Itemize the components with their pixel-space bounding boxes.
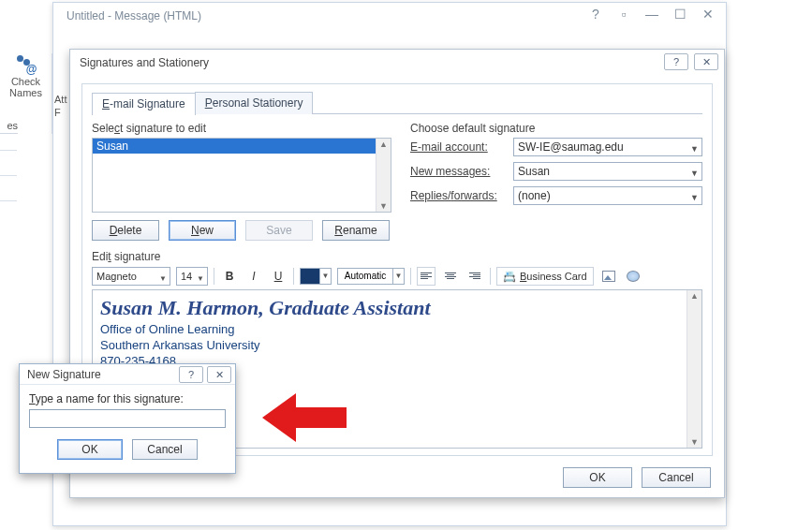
new-messages-select[interactable]: Susan bbox=[513, 162, 702, 181]
list-item[interactable]: Susan bbox=[93, 139, 376, 154]
new-sig-cancel-button[interactable]: Cancel bbox=[132, 439, 198, 460]
check-names-icon: @ bbox=[17, 55, 36, 74]
attach-f-label: F bbox=[54, 107, 61, 118]
minimize-icon[interactable]: — bbox=[638, 3, 666, 25]
scrollbar[interactable] bbox=[376, 139, 391, 212]
new-signature-dialog: New Signature ? ✕ Type a name for this s… bbox=[19, 363, 236, 474]
insert-hyperlink-button[interactable] bbox=[624, 267, 642, 286]
align-right-button[interactable] bbox=[465, 267, 484, 286]
attach-label-frag: Att bbox=[54, 94, 66, 105]
signature-name-line: Susan M. Harmon, Graduate Assistant bbox=[100, 296, 694, 320]
dialog-titlebar: Signatures and Stationery ? ✕ bbox=[70, 50, 724, 76]
signature-listbox[interactable]: Susan bbox=[92, 138, 391, 213]
new-sig-ok-button[interactable]: OK bbox=[57, 439, 123, 460]
help-icon[interactable]: ? bbox=[582, 3, 610, 25]
align-left-button[interactable] bbox=[417, 267, 436, 286]
delete-button[interactable]: Delete bbox=[92, 220, 159, 241]
tab-email-signature[interactable]: E-mail Signature bbox=[92, 93, 196, 115]
new-signature-title: New Signature bbox=[27, 368, 101, 381]
save-button: Save bbox=[245, 220, 313, 241]
replies-forwards-label: Replies/forwards: bbox=[410, 189, 513, 202]
maximize-icon[interactable]: ☐ bbox=[666, 3, 694, 25]
dialog-cancel-button[interactable]: Cancel bbox=[642, 467, 711, 488]
new-signature-prompt: Type a name for this signature: bbox=[29, 392, 226, 405]
check-names-label: Check Names bbox=[0, 76, 52, 98]
link-icon bbox=[627, 271, 640, 282]
signature-line: Southern Arkansas University bbox=[100, 338, 694, 352]
edit-toolbar: Magneto 14 B I U ▼ Automatic▼ 📇Business … bbox=[92, 267, 702, 286]
font-combo[interactable]: Magneto bbox=[92, 267, 170, 286]
dialog-close-button[interactable]: ✕ bbox=[694, 53, 718, 70]
form-lines bbox=[0, 150, 17, 226]
tab-personal-stationery[interactable]: Personal Stationery bbox=[195, 92, 314, 114]
ribbon-group-label-frag: es bbox=[0, 120, 18, 131]
new-sig-help-button[interactable]: ? bbox=[179, 366, 203, 383]
scrollbar[interactable] bbox=[687, 290, 701, 448]
italic-button[interactable]: I bbox=[244, 267, 263, 286]
default-signature-label: Choose default signature bbox=[410, 122, 702, 135]
select-signature-label: Select signature to edit bbox=[92, 122, 391, 135]
auto-color-button[interactable]: Automatic▼ bbox=[337, 268, 405, 285]
edit-signature-label: Edit signature bbox=[92, 250, 702, 263]
new-messages-label: New messages: bbox=[410, 165, 513, 178]
dialog-help-button[interactable]: ? bbox=[664, 53, 688, 70]
insert-picture-button[interactable] bbox=[599, 267, 618, 286]
signature-line: Office of Online Learning bbox=[100, 322, 694, 336]
new-sig-close-button[interactable]: ✕ bbox=[207, 366, 231, 383]
restore-icon[interactable]: ▫ bbox=[610, 3, 638, 25]
message-window-title: Untitled - Message (HTML) ? ▫ — ☐ ✕ bbox=[53, 3, 726, 29]
replies-forwards-select[interactable]: (none) bbox=[513, 186, 702, 205]
dialog-ok-button[interactable]: OK bbox=[563, 467, 632, 488]
close-icon[interactable]: ✕ bbox=[694, 3, 722, 25]
font-size-combo[interactable]: 14 bbox=[176, 267, 208, 286]
font-color-button[interactable]: ▼ bbox=[300, 268, 332, 285]
picture-icon bbox=[602, 271, 615, 282]
bold-button[interactable]: B bbox=[220, 267, 239, 286]
check-names-button[interactable]: @ Check Names bbox=[0, 53, 52, 98]
align-center-button[interactable] bbox=[441, 267, 460, 286]
dialog-title: Signatures and Stationery bbox=[80, 56, 209, 69]
email-account-label: E-mail account: bbox=[410, 140, 513, 154]
signature-name-input[interactable] bbox=[29, 409, 226, 428]
email-account-select[interactable]: SW-IE@saumag.edu bbox=[513, 138, 702, 156]
message-title-text: Untitled - Message (HTML) bbox=[66, 9, 201, 22]
underline-button[interactable]: U bbox=[269, 267, 288, 286]
business-card-button[interactable]: 📇Business Card bbox=[496, 267, 594, 286]
rename-button[interactable]: Rename bbox=[322, 220, 390, 241]
new-signature-titlebar: New Signature ? ✕ bbox=[20, 364, 235, 385]
new-button[interactable]: New bbox=[169, 220, 236, 241]
